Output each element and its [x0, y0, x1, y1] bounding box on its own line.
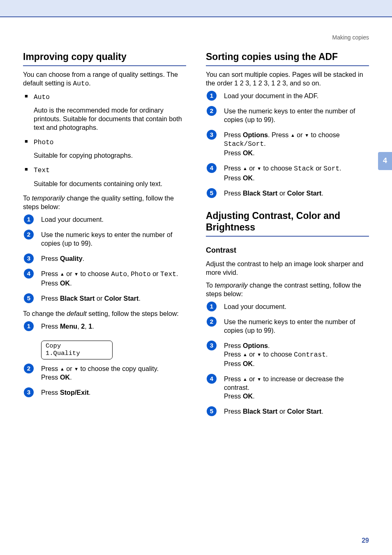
lcd-line: Copy — [46, 343, 107, 350]
text: or — [247, 375, 257, 382]
mode-label: Photo — [34, 139, 54, 146]
text: To — [206, 281, 215, 289]
intro-text: You can choose from a range of quality s… — [23, 70, 186, 88]
button-label: Options — [243, 342, 268, 349]
subheading-contrast: Contrast — [206, 246, 369, 255]
text: . — [322, 408, 324, 415]
text-mono: Contrast — [294, 351, 326, 359]
text: or — [151, 270, 160, 277]
text: , — [77, 322, 81, 330]
step-3: Press Stop/Exit. — [23, 388, 186, 397]
text: . — [176, 270, 178, 277]
text: to choose — [309, 131, 340, 138]
lcd-line: 1.Quality — [46, 350, 107, 357]
lcd-display: Copy 1.Quality — [41, 341, 113, 359]
text: or — [247, 350, 257, 358]
triangle-up-icon: ▲ — [243, 376, 247, 382]
button-label: Color Start — [287, 189, 322, 197]
text: To change the — [23, 310, 67, 317]
mode-photo: Photo — [23, 138, 186, 147]
text: To — [23, 194, 32, 202]
step-4: Press ▲ or ▼ to choose Auto, Photo or Te… — [23, 269, 186, 288]
text: Press — [224, 174, 243, 182]
text: Press — [41, 373, 60, 381]
text: or — [247, 164, 257, 172]
button-label: Black Start — [243, 408, 278, 415]
quality-modes-list: Text — [23, 166, 186, 175]
text: Press — [224, 360, 243, 367]
text: You can choose from a range of quality s… — [23, 71, 178, 87]
step-1: Load your document in the ADF. — [206, 92, 369, 100]
text-mono: Text — [160, 271, 176, 278]
text: to choose — [261, 350, 294, 358]
text: . — [70, 279, 72, 287]
text: . — [89, 389, 91, 396]
triangle-up-icon: ▲ — [243, 352, 247, 357]
step-4: Press ▲ or ▼ to increase or decrease the… — [206, 375, 369, 401]
quality-default-steps-cont: Press ▲ or ▼ to choose the copy quality.… — [23, 364, 186, 397]
mode-auto-desc: Auto is the recommended mode for ordinar… — [23, 106, 186, 132]
step-1: Load your document. — [23, 215, 186, 224]
step-2: Use the numeric keys to enter the number… — [23, 230, 186, 248]
text: . — [89, 79, 91, 87]
step-5: Press Black Start or Color Start. — [206, 407, 369, 416]
triangle-down-icon: ▼ — [74, 366, 78, 372]
triangle-down-icon: ▼ — [304, 132, 309, 138]
triangle-up-icon: ▲ — [60, 366, 65, 372]
text: setting, follow the steps below: — [87, 310, 179, 317]
text: Press — [41, 295, 60, 302]
quality-default-steps: Press Menu, 2, 1. — [23, 322, 186, 331]
text: to choose the copy quality. — [78, 365, 159, 372]
heading-sorting-copies: Sorting copies using the ADF — [206, 51, 369, 66]
text: to choose — [261, 164, 294, 172]
text-mono: Stack/Sort — [224, 140, 264, 148]
text: Press — [41, 270, 60, 277]
text-mono: Stack — [294, 165, 314, 173]
text: Press — [224, 350, 243, 358]
text: . — [83, 255, 85, 262]
text: Press — [41, 279, 60, 287]
text: . — [253, 174, 255, 182]
text: Press — [41, 389, 60, 396]
text: or — [277, 189, 287, 197]
text-mono: Photo — [131, 271, 151, 278]
temporary-change-intro: To temporarily change the quality settin… — [23, 194, 186, 211]
step-3: Press Quality. — [23, 254, 186, 263]
step-2: Press ▲ or ▼ to choose the copy quality.… — [23, 364, 186, 382]
two-column-layout: Improving copy quality You can choose fr… — [23, 51, 369, 422]
text: . — [326, 350, 328, 358]
mode-text-desc: Suitable for documents containing only t… — [23, 180, 186, 188]
text: or — [95, 295, 104, 302]
text-mono: Auto — [111, 271, 127, 278]
button-label: Black Start — [60, 295, 95, 302]
text: . — [139, 295, 141, 302]
step-5: Press Black Start or Color Start. — [206, 189, 369, 198]
heading-adjusting-contrast: Adjusting Contrast, Color and Brightness — [206, 210, 369, 237]
step-1: Load your document. — [206, 302, 369, 311]
triangle-down-icon: ▼ — [257, 166, 261, 171]
heading-improving-copy-quality: Improving copy quality — [23, 51, 186, 66]
triangle-down-icon: ▼ — [257, 352, 261, 357]
text: Press — [41, 255, 60, 262]
text: or — [295, 131, 304, 138]
button-label: OK — [243, 174, 253, 182]
default-change-intro: To change the default setting, follow th… — [23, 309, 186, 318]
text: . — [253, 360, 255, 367]
button-label: OK — [243, 392, 253, 400]
text: Press — [224, 392, 243, 400]
right-column: Sorting copies using the ADF You can sor… — [206, 51, 369, 422]
text-emphasis: default — [67, 310, 87, 317]
text: , — [127, 270, 131, 277]
sort-intro: You can sort multiple copies. Pages will… — [206, 70, 369, 88]
text: or — [65, 365, 74, 372]
text: to choose — [78, 270, 111, 277]
page: Making copies 4 Improving copy quality Y… — [0, 0, 392, 555]
text: . — [253, 392, 255, 400]
step-2: Use the numeric keys to enter the number… — [206, 318, 369, 335]
text: Press — [224, 164, 243, 172]
chapter-tab: 4 — [378, 152, 392, 170]
breadcrumb: Making copies — [23, 34, 369, 41]
text: Press — [224, 375, 243, 382]
button-label: Quality — [60, 255, 83, 262]
text: . — [322, 189, 324, 197]
